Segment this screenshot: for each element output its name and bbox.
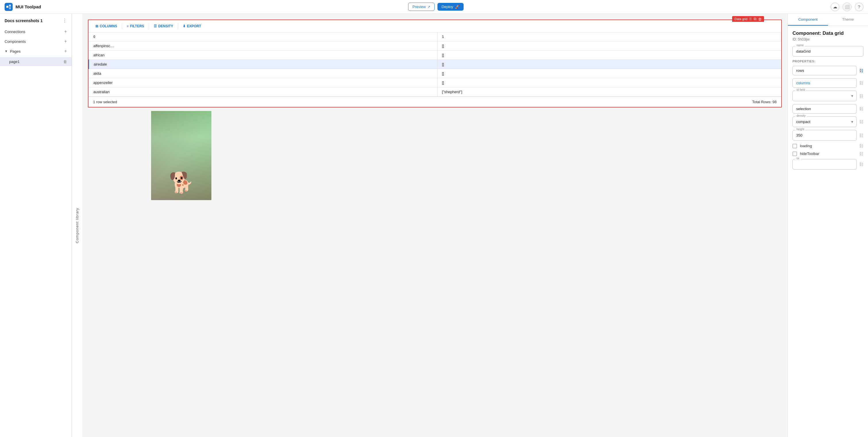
height-link-icon[interactable]: ⛓ [859,133,863,138]
table-cell-col0: airedale [89,60,437,69]
name-label: name [795,44,805,47]
help-icon-button[interactable]: ? [855,3,863,11]
datagrid-delete-icon[interactable]: 🗑 [758,17,762,21]
components-label: Components [5,39,26,44]
columns-button[interactable]: columns [793,78,857,88]
pages-add-icon[interactable]: + [64,49,67,54]
columns-link-icon[interactable]: ⛓ [859,81,863,85]
sidebar-item-pages[interactable]: ▼ Pages + [0,46,71,56]
deploy-label: Deploy [441,5,453,9]
id-field-label: Id field [795,88,806,91]
sidebar-page1[interactable]: page1 🗑 [0,57,71,66]
properties-label: PROPERTIES: [793,59,863,63]
columns-field-row: columns ⛓ [793,78,863,88]
topbar-left: MUI Toolpad [5,3,41,11]
table-row[interactable]: akita[] [89,69,781,78]
selection-button[interactable]: selection [793,104,857,114]
datagrid-toolbar: ⊞ COLUMNS ≡ FILTERS ☰ DENSITY ⬇ EXPORT [89,20,781,32]
loading-checkbox[interactable] [793,144,797,148]
canvas-image: 🐕 [151,111,211,200]
datagrid-copy-icon[interactable]: ⧉ [754,17,756,21]
selection-field-row: selection ⛓ [793,104,863,114]
loading-label: loading [800,144,812,148]
table-row[interactable]: african[] [89,51,781,60]
col-header-0[interactable]: 0 [89,32,437,41]
sx-link-icon[interactable]: ⛓ [859,162,863,167]
rows-field-row: rows ⛓ [793,66,863,75]
density-toolbar-button[interactable]: ☰ DENSITY [151,23,176,29]
external-link-icon: ↗ [427,5,430,9]
table-row[interactable]: affenpinsc…[] [89,41,781,51]
component-library-strip[interactable]: Component library [72,14,82,437]
hide-toolbar-label: hideToolbar [800,151,819,156]
density-select[interactable]: compact [793,116,857,127]
selection-btn-label: selection [796,107,811,111]
table-cell-col0: african [89,51,437,60]
sx-label: sx [795,157,801,160]
page1-delete-icon[interactable]: 🗑 [63,59,67,64]
right-panel: Component Theme Component: Data grid ID:… [787,14,868,437]
hide-toolbar-checkbox[interactable] [793,151,797,156]
topbar-center: Preview ↗ Deploy 🚀 [408,3,464,11]
table-header-row: 0 1 [89,32,781,41]
pages-expand-icon: ▼ [5,50,8,53]
hide-toolbar-link-icon[interactable]: ⛓ [859,151,863,156]
id-field-select[interactable] [793,91,857,101]
preview-button[interactable]: Preview ↗ [408,3,435,11]
svg-rect-2 [9,7,11,9]
table-row[interactable]: airedale[] [89,60,781,69]
components-add-icon[interactable]: + [64,39,67,44]
export-toolbar-label: EXPORT [187,24,201,28]
filters-toolbar-button[interactable]: ≡ FILTERS [124,23,147,29]
table-cell-col0: affenpinsc… [89,41,437,51]
loading-link-icon[interactable]: ⛓ [859,143,863,148]
sx-field-row: sx ⛓ [793,159,863,170]
sidebar-menu-icon[interactable]: ⋮ [62,18,67,23]
export-toolbar-button[interactable]: ⬇ EXPORT [180,23,204,29]
density-toolbar-icon: ☰ [154,24,157,28]
sidebar: Docs screenshots 1 ⋮ Connections + Compo… [0,14,72,437]
right-panel-content: Component: Data grid ID: 5h03ljw name PR… [788,26,868,177]
filters-toolbar-label: FILTERS [130,24,144,28]
tab-theme[interactable]: Theme [828,14,868,26]
deploy-button[interactable]: Deploy 🚀 [437,3,463,11]
sidebar-item-components[interactable]: Components + [0,36,71,46]
table-row[interactable]: appenzeller[] [89,78,781,87]
component-title: Component: Data grid [793,30,863,36]
sx-input[interactable] [793,159,857,170]
height-field-row: height ⛓ [793,130,863,141]
svg-rect-0 [6,6,8,8]
cloud-icon-button[interactable]: ☁ [831,3,839,11]
density-field-row: density compact ▼ ⛓ [793,116,863,127]
table-cell-col1: [] [437,51,781,60]
export-toolbar-icon: ⬇ [183,24,186,28]
sidebar-item-connections[interactable]: Connections + [0,27,71,36]
canvas[interactable]: Data grid ⠿ ⧉ 🗑 ⊞ COLUMNS ≡ FILTERS ☰ [82,14,787,437]
rows-button[interactable]: rows [793,66,857,75]
rows-link-icon[interactable]: ⛓ [859,68,863,73]
datagrid-grid-icon[interactable]: ⠿ [749,17,752,21]
main-layout: Docs screenshots 1 ⋮ Connections + Compo… [0,14,868,437]
name-input-group: name [793,46,863,57]
table-row[interactable]: australian["shepherd"] [89,87,781,96]
density-link-icon[interactable]: ⛓ [859,119,863,124]
table-cell-col1: ["shepherd"] [437,87,781,96]
rows-btn-label: rows [796,68,804,73]
columns-toolbar-button[interactable]: ⊞ COLUMNS [93,23,120,29]
datagrid-badge-label: Data grid [735,17,747,21]
app-title: MUI Toolpad [16,4,41,9]
tab-component[interactable]: Component [788,14,828,26]
height-input[interactable] [793,130,857,141]
col-header-1[interactable]: 1 [437,32,781,41]
selection-link-icon[interactable]: ⛓ [859,106,863,111]
id-field-link-icon[interactable]: ⛓ [859,93,863,98]
rocket-icon: 🚀 [455,5,460,9]
name-input[interactable] [793,46,863,57]
toolbar-sep-1 [122,23,122,29]
columns-toolbar-label: COLUMNS [100,24,117,28]
topbar: MUI Toolpad Preview ↗ Deploy 🚀 ☁ ⬜ ? [0,0,868,14]
connections-add-icon[interactable]: + [64,29,67,34]
loading-row: loading ⛓ [793,143,863,148]
component-library-label: Component library [75,208,79,243]
monitor-icon-button[interactable]: ⬜ [843,3,851,11]
